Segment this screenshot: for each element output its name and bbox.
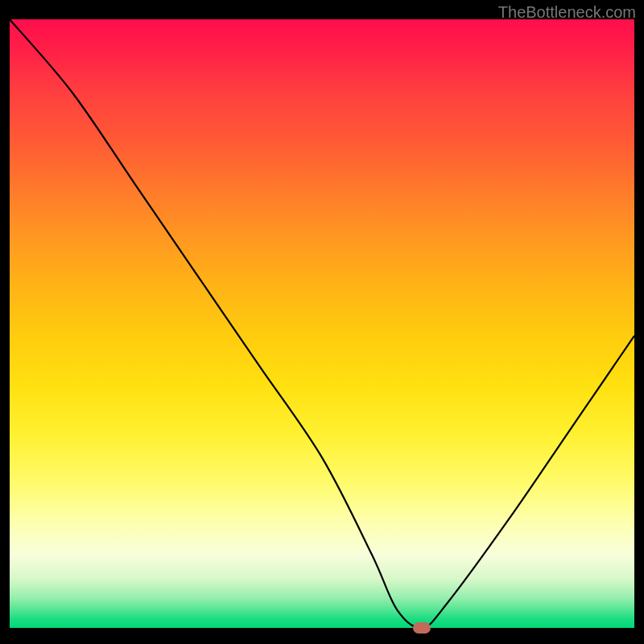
chart-container: TheBottleneck.com: [0, 0, 644, 644]
plot-area: [10, 19, 634, 634]
optimal-marker: [413, 622, 431, 634]
watermark-text: TheBottleneck.com: [498, 3, 636, 22]
bottleneck-curve: [10, 19, 634, 634]
